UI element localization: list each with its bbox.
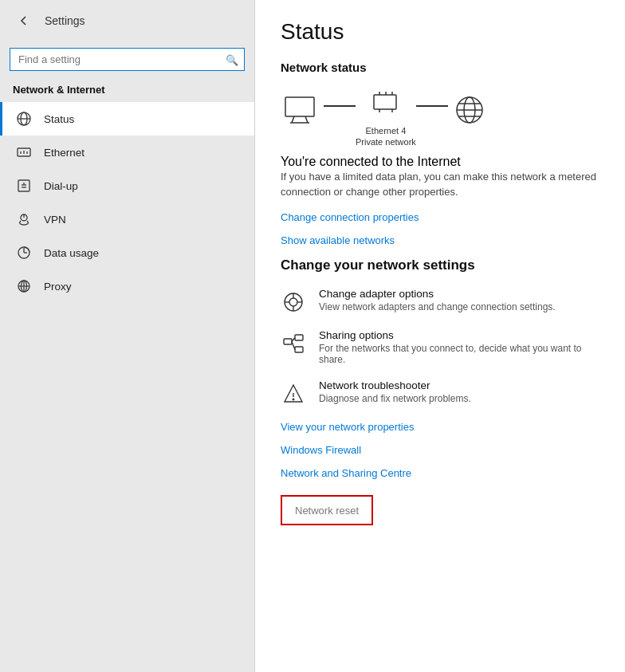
sharing-centre-link[interactable]: Network and Sharing Centre	[281, 467, 599, 479]
network-reset-box[interactable]: Network reset	[281, 495, 373, 525]
sidebar-item-status[interactable]: Status	[0, 102, 254, 136]
vpn-label: VPN	[44, 214, 66, 226]
network-reset-label[interactable]: Network reset	[295, 505, 359, 517]
svg-rect-24	[374, 95, 396, 109]
status-label: Status	[44, 113, 74, 125]
adapter-title: Change adapter options	[319, 288, 599, 300]
troubleshooter-desc: Diagnose and fix network problems.	[319, 393, 599, 404]
search-box: 🔍	[10, 48, 245, 71]
troubleshooter-icon	[281, 381, 306, 407]
svg-line-21	[292, 116, 294, 123]
adapter-content: Change adapter options View network adap…	[319, 288, 599, 312]
router-icon	[364, 87, 407, 122]
sharing-title: Sharing options	[319, 329, 599, 341]
sidebar-item-datausage[interactable]: Data usage	[0, 236, 254, 269]
view-properties-link[interactable]: View your network properties	[281, 421, 599, 433]
ethernet-label: Ethernet	[44, 147, 85, 159]
sharing-icon	[281, 331, 306, 356]
sidebar: Settings 🔍 Network & Internet Status Eth…	[0, 0, 255, 672]
svg-rect-41	[284, 339, 292, 344]
ethernet-icon	[15, 143, 33, 161]
svg-point-47	[293, 399, 294, 400]
dialup-label: Dial-up	[44, 180, 78, 192]
adapter-icon	[281, 289, 306, 315]
svg-line-22	[305, 116, 308, 123]
svg-line-45	[292, 341, 295, 349]
svg-rect-7	[18, 180, 29, 191]
sidebar-item-proxy[interactable]: Proxy	[0, 269, 254, 303]
network-diagram: - Ethernet 4 Private network	[281, 87, 599, 148]
svg-rect-42	[295, 335, 303, 340]
datausage-label: Data usage	[44, 247, 99, 259]
vpn-icon	[15, 210, 33, 228]
line2	[416, 105, 448, 107]
change-connection-link[interactable]: Change connection properties	[281, 211, 599, 223]
datausage-icon	[15, 244, 33, 261]
search-icon: 🔍	[226, 53, 238, 65]
main-content: Status Network status -	[255, 0, 625, 672]
computer-icon	[281, 92, 324, 128]
sidebar-title: Settings	[45, 14, 85, 27]
troubleshooter-title: Network troubleshooter	[319, 379, 599, 391]
svg-point-36	[289, 298, 297, 306]
connected-desc: If you have a limited data plan, you can…	[281, 169, 599, 200]
sidebar-item-vpn[interactable]: VPN	[0, 202, 254, 236]
search-input[interactable]	[10, 48, 245, 71]
internet-icon	[448, 92, 491, 128]
windows-firewall-link[interactable]: Windows Firewall	[281, 444, 599, 456]
proxy-icon	[15, 277, 33, 295]
troubleshooter-content: Network troubleshooter Diagnose and fix …	[319, 379, 599, 404]
internet-device: -	[448, 92, 491, 142]
page-title: Status	[281, 19, 599, 45]
dialup-icon	[15, 177, 33, 195]
svg-rect-20	[285, 97, 314, 116]
sharing-content: Sharing options For the networks that yo…	[319, 329, 599, 365]
router-device: Ethernet 4 Private network	[356, 87, 416, 148]
section-label: Network & Internet	[0, 81, 254, 102]
troubleshooter-item: Network troubleshooter Diagnose and fix …	[281, 379, 599, 407]
line1	[324, 105, 356, 107]
router-label: Ethernet 4 Private network	[356, 125, 416, 148]
sidebar-item-ethernet[interactable]: Ethernet	[0, 136, 254, 169]
proxy-label: Proxy	[44, 281, 72, 293]
sidebar-item-dialup[interactable]: Dial-up	[0, 169, 254, 202]
status-icon	[15, 110, 33, 128]
svg-rect-43	[295, 347, 303, 352]
computer-device: -	[281, 92, 324, 142]
show-networks-link[interactable]: Show available networks	[281, 234, 599, 246]
change-settings-heading: Change your network settings	[281, 257, 599, 273]
network-status-heading: Network status	[281, 61, 599, 74]
connected-title: You're connected to the Internet	[281, 155, 599, 169]
sharing-options-item: Sharing options For the networks that yo…	[281, 329, 599, 365]
sidebar-header: Settings	[0, 0, 254, 41]
back-icon	[19, 16, 29, 26]
adapter-desc: View network adapters and change connect…	[319, 301, 599, 312]
adapter-options-item: Change adapter options View network adap…	[281, 288, 599, 315]
sharing-desc: For the networks that you connect to, de…	[319, 343, 599, 365]
back-button[interactable]	[13, 10, 35, 32]
bottom-links: View your network properties Windows Fir…	[281, 421, 599, 525]
